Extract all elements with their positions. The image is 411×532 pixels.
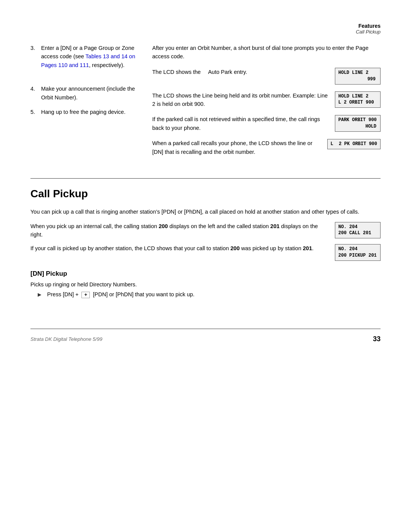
dn-pickup-section: [DN] Pickup Picks up ringing or held Dir… [30,270,381,298]
page-header: Features Call Pickup [30,23,381,35]
call-pickup-intro1: You can pick up a call that is ringing a… [30,208,381,216]
lcd-hold-line-2: HOLD LINE 2 999 [335,68,381,85]
block5-text: When a parked call recalls your phone, t… [152,139,321,156]
page: Features Call Pickup 3. Enter a [DN] or … [0,0,411,532]
lcd-call-wrap: NO. 204 200 CALL 201 [335,222,381,239]
lcd-no-204-call: NO. 204 200 CALL 201 [335,222,381,239]
lcd-no-204-pickup: NO. 204 200 PICKUP 201 [335,244,381,261]
dn-pickup-title: [DN] Pickup [30,270,381,278]
top-two-col: 3. Enter a [DN] or a Page Group or Zone … [30,44,381,163]
arrow-icon: ► [37,291,43,298]
lcd-park-orbit-hold: PARK ORBIT 900 HOLD [335,115,381,132]
header-right: Features Call Pickup [356,23,381,35]
lcd-hold-line-orbit: HOLD LINE 2 L 2 ORBIT 900 [335,91,381,108]
step-3-num: 3. [30,44,38,69]
call-pickup-text2: If your call is picked up by another sta… [30,244,329,252]
right-block-5: When a parked call recalls your phone, t… [152,139,381,156]
step-5: 5. Hang up to free the paging device. [30,108,141,116]
step-5-num: 5. [30,108,38,116]
footer-left: Strata DK Digital Telephone 5/99 [30,336,102,342]
step-3: 3. Enter a [DN] or a Page Group or Zone … [30,44,141,69]
right-block-2: The LCD shows the Auto Park entry. HOLD … [152,68,381,85]
right-column: After you enter an Orbit Number, a short… [152,44,381,163]
instruction-text: Press [DN] + + [PDN] or [PhDN] that you … [47,291,194,298]
lcd-pickup-wrap: NO. 204 200 PICKUP 201 [335,244,381,261]
page-footer: Strata DK Digital Telephone 5/99 33 [30,329,381,343]
left-column: 3. Enter a [DN] or a Page Group or Zone … [30,44,152,163]
step-4-num: 4. [30,85,38,102]
block2-text: The LCD shows the Auto Park entry. [152,68,329,76]
block4-text: If the parked call is not retrieved with… [152,115,329,132]
right-block-3: The LCD shows the Line being held and it… [152,91,381,109]
call-pickup-text1: When you pick up an internal call, the c… [30,222,329,239]
block3-text: The LCD shows the Line being held and it… [152,91,329,109]
call-pickup-title: Call Pickup [30,188,381,200]
call-pickup-row2: If your call is picked up by another sta… [30,244,381,261]
block1-text: After you enter an Orbit Number, a short… [152,44,381,61]
lcd-display-3: PARK ORBIT 900 HOLD [335,115,381,132]
lcd-display-1: HOLD LINE 2 999 [335,68,381,85]
step-4: 4. Make your announcement (include the O… [30,85,141,102]
plus-button-box: + [81,292,90,298]
lcd-display-2: HOLD LINE 2 L 2 ORBIT 900 [335,91,381,108]
right-block-4: If the parked call is not retrieved with… [152,115,381,132]
call-pickup-row1: When you pick up an internal call, the c… [30,222,381,239]
right-block-1: After you enter an Orbit Number, a short… [152,44,381,61]
section-divider [30,178,381,179]
lcd-pk-orbit: L 2 PK ORBIT 900 [327,139,381,149]
lcd-display-4: L 2 PK ORBIT 900 [327,139,381,149]
step-5-text: Hang up to free the paging device. [41,108,141,116]
header-subsection: Call Pickup [356,29,381,35]
dn-pickup-body: Picks up ringing or held Directory Numbe… [30,281,381,288]
dn-pickup-instruction: ► Press [DN] + + [PDN] or [PhDN] that yo… [37,291,381,298]
footer-page-number: 33 [373,335,381,343]
step-3-text: Enter a [DN] or a Page Group or Zone acc… [41,44,141,69]
tables-link[interactable]: Tables 13 and 14 on Pages 110 and 111 [41,53,135,68]
call-pickup-section: Call Pickup You can pick up a call that … [30,185,381,266]
step-4-text: Make your announcement (include the Orbi… [41,85,141,102]
header-section: Features [356,23,381,29]
